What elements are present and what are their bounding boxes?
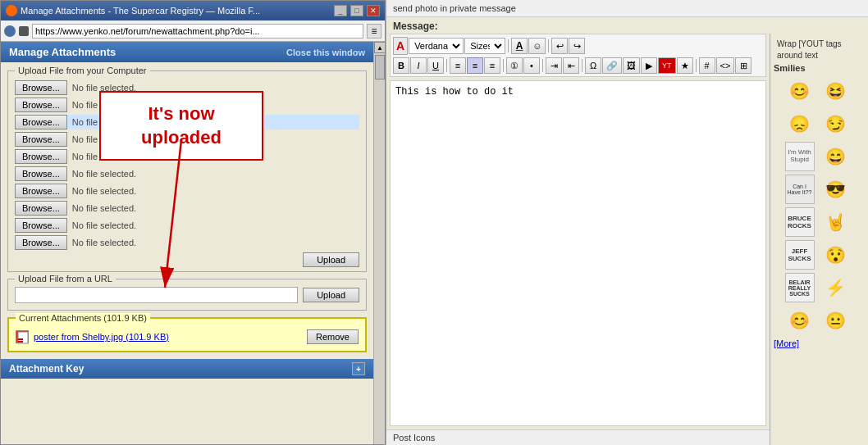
post-icons-bar: Post Icons bbox=[386, 429, 770, 445]
smiley-11[interactable]: 😐 bbox=[821, 306, 851, 335]
attachment-file-icon bbox=[16, 330, 29, 343]
smiley-2[interactable]: 😆 bbox=[821, 76, 851, 106]
url-display[interactable]: https://www.yenko.net/forum/newattachmen… bbox=[32, 24, 363, 39]
font-size-select[interactable]: Sizes bbox=[464, 38, 505, 54]
annotation-tooltip: It's now uploaded bbox=[99, 91, 263, 161]
smiley-bruce[interactable]: BRUCEROCKS bbox=[785, 207, 815, 237]
toolbar-row-2: B I U ≡ ≡ ≡ ① • ⇥ ⇤ Ω 🔗 🖼 bbox=[393, 57, 763, 74]
outdent-button[interactable]: ⇤ bbox=[563, 57, 579, 74]
smiley-canihave[interactable]: Can IHave It?? bbox=[785, 175, 815, 204]
ordered-list-button[interactable]: ① bbox=[506, 57, 523, 74]
maximize-button[interactable]: □ bbox=[350, 5, 363, 16]
browse-button-9[interactable]: Browse... bbox=[15, 218, 67, 233]
italic-button[interactable]: I bbox=[410, 57, 427, 74]
align-center-button[interactable]: ≡ bbox=[467, 57, 483, 74]
editor-toolbar: A Verdana Sizes A ☺ ↩ ↪ bbox=[390, 34, 766, 77]
code-button[interactable]: <> bbox=[716, 57, 735, 74]
svg-rect-1 bbox=[18, 338, 23, 340]
manage-attachments-title: Manage Attachments bbox=[9, 46, 116, 58]
indent-button[interactable]: ⇥ bbox=[546, 57, 562, 74]
smiley-belair[interactable]: BELAIRREALLYSUCKS bbox=[785, 273, 815, 302]
smiley-3[interactable]: 😞 bbox=[785, 109, 815, 138]
upload-from-computer-button[interactable]: Upload bbox=[303, 252, 359, 267]
attachment-key-icon: + bbox=[352, 362, 365, 375]
attachment-file-link[interactable]: poster from Shelby.jpg (101.9 KB) bbox=[34, 332, 169, 342]
browse-button-6[interactable]: Browse... bbox=[15, 166, 67, 181]
url-input[interactable] bbox=[15, 287, 298, 303]
editor-area: A Verdana Sizes A ☺ ↩ ↪ bbox=[386, 34, 770, 445]
close-button[interactable]: ✕ bbox=[367, 5, 380, 16]
message-label: Message: bbox=[386, 17, 868, 34]
smiley-9[interactable]: ⚡ bbox=[821, 273, 851, 302]
toolbar-separator-2 bbox=[548, 39, 549, 52]
smiley-1[interactable]: 😊 bbox=[785, 76, 815, 106]
url-input-row: Upload bbox=[15, 287, 359, 303]
image-button[interactable]: 🖼 bbox=[623, 57, 640, 74]
youtube-button[interactable]: YT bbox=[658, 57, 676, 74]
smiley-5[interactable]: 😄 bbox=[821, 142, 851, 171]
browse-button-2[interactable]: Browse... bbox=[15, 98, 67, 112]
browser-title: Manage Attachments - The Supercar Regist… bbox=[21, 6, 331, 16]
scroll-thumb[interactable] bbox=[375, 55, 385, 79]
upload-row-7: Browse... No file selected. bbox=[15, 184, 359, 198]
smiley-8[interactable]: 😯 bbox=[821, 240, 851, 270]
smiley-7[interactable]: 🤘 bbox=[821, 207, 851, 237]
browse-button-4[interactable]: Browse... bbox=[15, 132, 67, 147]
smiley-jeff[interactable]: JEFFSUCKS bbox=[785, 240, 815, 270]
link-button[interactable]: 🔗 bbox=[602, 57, 622, 74]
upload-row-6: Browse... No file selected. bbox=[15, 166, 359, 181]
upload-row-8: Browse... No file selected. bbox=[15, 201, 359, 216]
special-chars-button[interactable]: Ω bbox=[585, 57, 601, 74]
close-window-link[interactable]: Close this window bbox=[286, 48, 365, 57]
remove-attachment-button[interactable]: Remove bbox=[307, 329, 359, 344]
scrollbar[interactable]: ▲ bbox=[373, 42, 385, 444]
file-label-6: No file selected. bbox=[72, 169, 136, 179]
redo-button[interactable]: ↪ bbox=[569, 38, 585, 54]
post-icons-label: Post Icons bbox=[393, 433, 435, 443]
wrap-text: Wrap [YOUT tags around text bbox=[774, 37, 865, 63]
upload-from-url-button[interactable]: Upload bbox=[303, 288, 359, 302]
browse-button-5[interactable]: Browse... bbox=[15, 149, 67, 164]
smiley-button[interactable]: ☺ bbox=[528, 38, 546, 54]
smiley-stamp[interactable]: I'm WithStupid bbox=[785, 142, 815, 171]
browse-button-7[interactable]: Browse... bbox=[15, 184, 67, 198]
browse-button-1[interactable]: Browse... bbox=[15, 80, 67, 95]
unordered-list-button[interactable]: • bbox=[523, 57, 540, 74]
upload-computer-legend: Upload File from your Computer bbox=[15, 66, 150, 75]
upload-btn-row: Upload bbox=[15, 252, 359, 267]
toolbar-separator-7 bbox=[696, 59, 697, 72]
current-attachments-legend: Current Attachments (101.9 KB) bbox=[16, 313, 150, 323]
attachment-row: poster from Shelby.jpg (101.9 KB) Remove bbox=[16, 329, 359, 344]
smilies-panel: Wrap [YOUT tags around text Smilies 😊 😆 … bbox=[770, 34, 868, 445]
font-family-select[interactable]: Verdana bbox=[409, 38, 464, 54]
align-right-button[interactable]: ≡ bbox=[484, 57, 500, 74]
smiley-6[interactable]: 😎 bbox=[821, 175, 851, 204]
manage-attachments-header: Manage Attachments Close this window bbox=[1, 42, 373, 62]
media-button[interactable]: ▶ bbox=[641, 57, 657, 74]
scroll-up-arrow[interactable]: ▲ bbox=[374, 42, 385, 53]
hash-button[interactable]: # bbox=[699, 57, 715, 74]
lock-icon bbox=[19, 26, 29, 36]
browse-button-10[interactable]: Browse... bbox=[15, 235, 67, 250]
underline-button[interactable]: U bbox=[427, 57, 444, 74]
smiley-10[interactable]: 😊 bbox=[785, 306, 815, 335]
bold-button[interactable]: B bbox=[393, 57, 409, 74]
font-size-icon: A bbox=[396, 39, 404, 52]
font-color-button[interactable]: A bbox=[511, 38, 528, 54]
table-button[interactable]: ⊞ bbox=[735, 57, 752, 74]
editor-panel: send photo in private message Message: A… bbox=[386, 0, 868, 445]
undo-button[interactable]: ↩ bbox=[551, 38, 568, 54]
more-button[interactable]: ★ bbox=[677, 57, 693, 74]
send-photo-bar: send photo in private message bbox=[386, 0, 868, 17]
more-smilies-link[interactable]: [More] bbox=[774, 338, 865, 348]
align-left-button[interactable]: ≡ bbox=[450, 57, 466, 74]
browser-menu-button[interactable]: ≡ bbox=[367, 24, 381, 39]
smilies-grid: 😊 😆 😞 😏 I'm WithStupid 😄 Can IHave It?? … bbox=[774, 76, 865, 335]
browse-button-3[interactable]: Browse... bbox=[15, 115, 67, 129]
browse-button-8[interactable]: Browse... bbox=[15, 201, 67, 216]
message-textarea[interactable] bbox=[390, 80, 766, 426]
toolbar-separator-5 bbox=[542, 59, 543, 72]
toolbar-separator-6 bbox=[582, 59, 582, 72]
minimize-button[interactable]: _ bbox=[334, 5, 347, 16]
smiley-4[interactable]: 😏 bbox=[821, 109, 851, 138]
